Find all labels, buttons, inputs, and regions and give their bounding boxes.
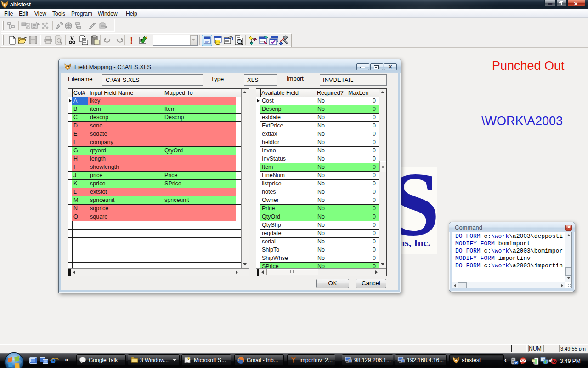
svg-text:e: e [51, 356, 56, 365]
